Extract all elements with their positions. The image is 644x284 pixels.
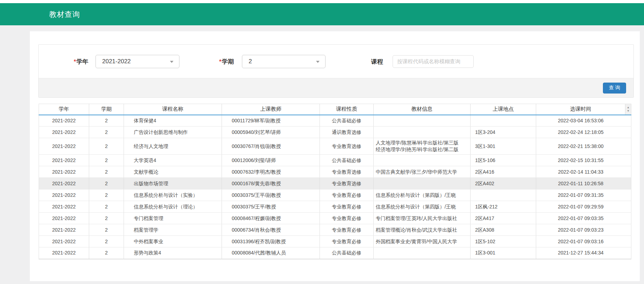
year-select[interactable]: 2021-2022 — [96, 55, 179, 68]
cell-time: 2022-01-07 09:03:16 — [536, 236, 625, 247]
course-search-input[interactable] — [393, 55, 474, 68]
cell-term: 2 — [89, 115, 124, 127]
table-row[interactable]: 2021-20222体育保健400011729/林军/副教授公共基础必修2022… — [39, 115, 631, 127]
table-row[interactable]: 2021-20222信息系统分析与设计（实验）00030375/王平/副教授专业… — [39, 189, 631, 201]
cell-course: 专门档案管理 — [124, 213, 222, 224]
cell-location: 3区1-301 — [471, 138, 536, 155]
table-row[interactable]: 2021-20222大学英语400012006/刘莹/讲师公共基础必修1区5-1… — [39, 155, 631, 166]
cell-scrollbar-gap — [625, 236, 631, 247]
cell-teacher: 00030767/肖锐/副教授 — [222, 138, 320, 155]
cell-scrollbar-gap — [625, 247, 631, 259]
cell-term: 2 — [89, 166, 124, 178]
cell-course: 广告设计创新思维与制作 — [124, 127, 222, 138]
cell-type: 专业教育必修 — [320, 213, 374, 224]
term-select-value: 2 — [249, 58, 252, 65]
cell-type: 专业教育必修 — [320, 236, 374, 247]
query-button[interactable]: 查 询 — [603, 83, 626, 93]
cell-location: 2区A308 — [471, 224, 536, 236]
col-header-location: 上课地点 — [471, 104, 536, 115]
top-strip — [0, 0, 644, 3]
cell-textbook: 信息系统分析与设计（第四版）/王晓 — [374, 201, 471, 213]
cell-scrollbar-gap — [625, 189, 631, 201]
cell-term: 2 — [89, 236, 124, 247]
app-header: 教材查询 — [0, 3, 644, 25]
results-table: 学年 学期 课程名称 上课教师 课程性质 教材信息 上课地点 选课时间 ▲ ▼ — [39, 104, 631, 259]
cell-textbook: 信息系统分析与设计（第四版）/王晓 — [374, 189, 471, 201]
page-title: 教材查询 — [49, 9, 80, 19]
table-row[interactable]: 2021-20222出版物市场管理00001678/黄先蓉/教授专业教育选修2区… — [39, 178, 631, 189]
cell-type: 专业教育选修 — [320, 166, 374, 178]
course-label-text: 课程 — [371, 58, 383, 65]
table-row[interactable]: 2021-20222档案管理学00006734/肖秋会/教授专业教育必修档案管理… — [39, 224, 631, 236]
cell-teacher: 00030375/王平/副教授 — [222, 189, 320, 201]
cell-course: 体育保健4 — [124, 115, 222, 127]
cell-term: 2 — [89, 201, 124, 213]
cell-type: 专业教育选修 — [320, 178, 374, 189]
cell-year: 2021-2022 — [39, 127, 89, 138]
cell-term: 2 — [89, 189, 124, 201]
year-label-text: 学年 — [77, 58, 88, 65]
cell-type: 公共基础必修 — [320, 115, 374, 127]
cell-textbook: 外国档案事业史/黄霄羽/中国人民大学 — [374, 236, 471, 247]
content-card: *学年 2021-2022 *学期 2 课程 查 询 — [30, 31, 640, 281]
cell-type: 公共基础必修 — [320, 155, 374, 166]
cell-time: 2022-02-21 15:38:00 — [536, 138, 625, 155]
cell-scrollbar-gap — [625, 166, 631, 178]
cell-year: 2021-2022 — [39, 155, 89, 166]
cell-textbook: 中国古典文献学/张三夕/华中师范大学 — [374, 166, 471, 178]
cell-teacher: 00011729/林军/副教授 — [222, 115, 320, 127]
table-row[interactable]: 2021-20222广告设计创新思维与制作00005940/刘艺琴/讲师通识教育… — [39, 127, 631, 138]
scroll-down-icon[interactable]: ▼ — [627, 109, 630, 113]
cell-term: 2 — [89, 138, 124, 155]
cell-course: 中外档案事业 — [124, 236, 222, 247]
table-row[interactable]: 2021-20222经济与人文地理00030767/肖锐/副教授专业教育选修人文… — [39, 138, 631, 155]
cell-time: 2022-02-14 11:04:33 — [536, 166, 625, 178]
required-asterisk: * — [74, 58, 76, 65]
cell-scrollbar-gap — [625, 115, 631, 127]
cell-scrollbar-gap — [625, 127, 631, 138]
cell-teacher: 00030375/王平/教授 — [222, 201, 320, 213]
cell-time: 2022-02-24 12:18:05 — [536, 127, 625, 138]
cell-teacher: 00006734/肖秋会/教授 — [222, 224, 320, 236]
cell-time: 2022-03-04 16:53:06 — [536, 115, 625, 127]
textbook-line: 人文地理学/陈慧琳/科学出版社/第三版 — [376, 140, 470, 146]
course-label: 课程 — [371, 57, 383, 65]
results-table-wrap: 学年 学期 课程名称 上课教师 课程性质 教材信息 上课地点 选课时间 ▲ ▼ — [39, 104, 631, 259]
term-select[interactable]: 2 — [242, 55, 326, 68]
year-select-value: 2021-2022 — [102, 58, 131, 65]
filter-footer: 查 询 — [39, 78, 633, 97]
required-asterisk: * — [219, 58, 222, 65]
cell-course: 信息系统分析与设计（实验） — [124, 189, 222, 201]
cell-teacher: 00007632/李明杰/教授 — [222, 166, 320, 178]
textbook-line: 档案管理概论/肖秋会/武汉大学出版社 — [376, 227, 470, 233]
cell-time: 2022-02-15 10:31:55 — [536, 155, 625, 166]
cell-term: 2 — [89, 178, 124, 189]
cell-textbook: 档案管理概论/肖秋会/武汉大学出版社 — [374, 224, 471, 236]
cell-textbook — [374, 155, 471, 166]
cell-type: 公共基础必修 — [320, 247, 374, 259]
table-row[interactable]: 2021-20222中外档案事业00031396/程齐凯/副教授专业教育必修外国… — [39, 236, 631, 247]
table-row[interactable]: 2021-20222文献学概论00007632/李明杰/教授专业教育选修中国古典… — [39, 166, 631, 178]
col-header-term: 学期 — [89, 104, 124, 115]
filter-panel: *学年 2021-2022 *学期 2 课程 查 询 — [38, 44, 634, 98]
cell-textbook — [374, 247, 471, 259]
chevron-down-icon — [170, 61, 173, 63]
textbook-line: 经济地理学/刘艳芳/科学出版社/第二版 — [376, 146, 470, 153]
cell-location: 1区3-001 — [471, 247, 536, 259]
cell-year: 2021-2022 — [39, 178, 89, 189]
cell-time: 2022-01-07 09:03:23 — [536, 224, 625, 236]
cell-location — [471, 189, 536, 201]
table-body: 2021-20222体育保健400011729/林军/副教授公共基础必修2022… — [39, 115, 631, 259]
cell-scrollbar-gap — [625, 138, 631, 155]
cell-textbook: 人文地理学/陈慧琳/科学出版社/第三版经济地理学/刘艳芳/科学出版社/第二版 — [374, 138, 471, 155]
table-row[interactable]: 2021-20222专门档案管理00008467/程媛/副教授专业教育必修专门档… — [39, 213, 631, 224]
table-row[interactable]: 2021-20222形势与政策400008084/代茜/教辅人员公共基础必修1区… — [39, 247, 631, 259]
col-header-time: 选课时间 — [536, 104, 625, 115]
table-scrollbar[interactable]: ▲ ▼ — [625, 104, 631, 115]
cell-location: 2区A402 — [471, 178, 536, 189]
cell-location — [471, 115, 536, 127]
scroll-up-icon[interactable]: ▲ — [627, 106, 630, 109]
cell-time: 2022-01-07 09:03:35 — [536, 213, 625, 224]
table-row[interactable]: 2021-20222信息系统分析与设计（理论）00030375/王平/教授专业教… — [39, 201, 631, 213]
filter-form-row: *学年 2021-2022 *学期 2 课程 — [39, 45, 633, 78]
